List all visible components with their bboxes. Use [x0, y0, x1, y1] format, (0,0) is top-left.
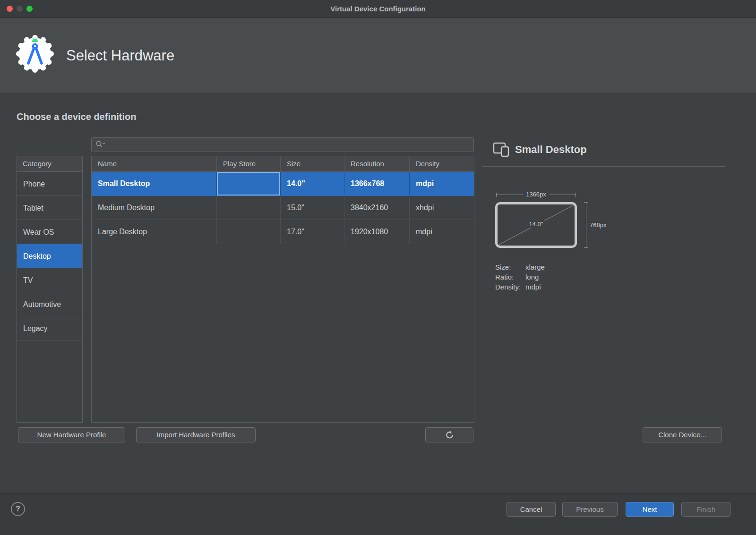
cell-density[interactable]: mdpi — [409, 172, 474, 195]
device-search-field[interactable] — [91, 137, 474, 152]
cell-size[interactable]: 14.0" — [280, 172, 344, 195]
next-button[interactable]: Next — [626, 502, 674, 517]
selected-device-title: Small Desktop — [515, 144, 587, 156]
category-item-automotive[interactable]: Automotive — [17, 292, 82, 316]
titlebar: Virtual Device Configuration — [0, 0, 756, 18]
cell-play-store[interactable] — [216, 196, 280, 220]
column-header-play-store[interactable]: Play Store — [216, 156, 280, 171]
spec-size: Size:xlarge — [495, 262, 545, 272]
help-button[interactable]: ? — [11, 502, 25, 516]
wizard-header: Select Hardware — [0, 18, 756, 93]
column-header-size[interactable]: Size — [280, 156, 344, 171]
category-item-phone[interactable]: Phone — [17, 172, 82, 196]
new-hardware-profile-button[interactable]: New Hardware Profile — [18, 427, 125, 442]
cell-play-store[interactable] — [216, 220, 280, 244]
device-specs: Size:xlarge Ratio:long Density:mdpi — [495, 262, 545, 292]
column-header-name[interactable]: Name — [92, 156, 216, 171]
table-row-medium-desktop[interactable]: Medium Desktop 15.0" 3840x2160 xhdpi — [92, 196, 474, 220]
spec-ratio-label: Ratio: — [495, 272, 525, 282]
table-row-small-desktop[interactable]: Small Desktop 14.0" 1366x768 mdpi — [92, 172, 474, 196]
device-width-label: 1366px — [496, 191, 576, 198]
category-item-legacy[interactable]: Legacy — [17, 316, 82, 340]
cell-density[interactable]: mdpi — [409, 220, 474, 244]
import-hardware-profiles-button[interactable]: Import Hardware Profiles — [136, 427, 256, 442]
cell-size[interactable]: 15.0" — [280, 196, 344, 220]
refresh-button[interactable] — [425, 427, 473, 442]
screen-diagonal-label: 14.0" — [495, 221, 577, 228]
cell-play-store[interactable] — [216, 172, 280, 195]
spec-ratio: Ratio:long — [495, 272, 545, 282]
spec-density-value: mdpi — [525, 283, 541, 291]
height-dimension-line — [586, 202, 586, 248]
category-item-desktop[interactable]: Desktop — [17, 244, 82, 268]
cell-name[interactable]: Large Desktop — [92, 220, 216, 244]
category-column-header: Category — [17, 156, 82, 172]
previous-button[interactable]: Previous — [562, 502, 618, 517]
android-studio-logo-icon — [16, 34, 54, 73]
category-item-tablet[interactable]: Tablet — [17, 196, 82, 220]
search-icon — [95, 140, 106, 150]
cell-resolution[interactable]: 1366x768 — [344, 172, 409, 195]
footer-bar: ? Cancel Previous Next Finish — [0, 493, 756, 535]
spec-density: Density:mdpi — [495, 282, 545, 292]
spec-density-label: Density: — [495, 282, 525, 292]
page-title: Select Hardware — [66, 18, 174, 93]
window-title: Virtual Device Configuration — [0, 0, 756, 18]
cell-density[interactable]: xhdpi — [409, 196, 474, 220]
cell-resolution[interactable]: 1920x1080 — [344, 220, 409, 244]
refresh-icon — [445, 431, 454, 439]
cancel-button[interactable]: Cancel — [507, 502, 556, 517]
finish-button: Finish — [681, 502, 730, 517]
spec-size-label: Size: — [495, 262, 525, 272]
virtual-device-configuration-window: Virtual Device Configuration — [0, 0, 756, 535]
device-preview-icon — [493, 142, 510, 159]
detail-separator — [482, 166, 725, 167]
column-header-density[interactable]: Density — [409, 156, 474, 171]
spec-size-value: xlarge — [525, 263, 545, 271]
cell-resolution[interactable]: 3840x2160 — [344, 196, 409, 220]
cell-name[interactable]: Small Desktop — [92, 172, 216, 195]
category-item-wear-os[interactable]: Wear OS — [17, 220, 82, 244]
table-header-row: Name Play Store Size Resolution Density — [92, 156, 474, 172]
category-item-tv[interactable]: TV — [17, 268, 82, 292]
device-height-label: 768px — [590, 221, 606, 229]
category-panel: Category Phone Tablet Wear OS Desktop TV… — [17, 156, 83, 423]
device-table: Name Play Store Size Resolution Density … — [91, 156, 474, 423]
device-search-input[interactable] — [106, 138, 470, 152]
cell-name[interactable]: Medium Desktop — [92, 196, 216, 220]
clone-device-button[interactable]: Clone Device... — [643, 427, 722, 442]
section-title: Choose a device definition — [17, 111, 136, 122]
cell-size[interactable]: 17.0" — [280, 220, 344, 244]
column-header-resolution[interactable]: Resolution — [344, 156, 409, 171]
table-row-large-desktop[interactable]: Large Desktop 17.0" 1920x1080 mdpi — [92, 220, 474, 244]
spec-ratio-value: long — [525, 273, 539, 281]
